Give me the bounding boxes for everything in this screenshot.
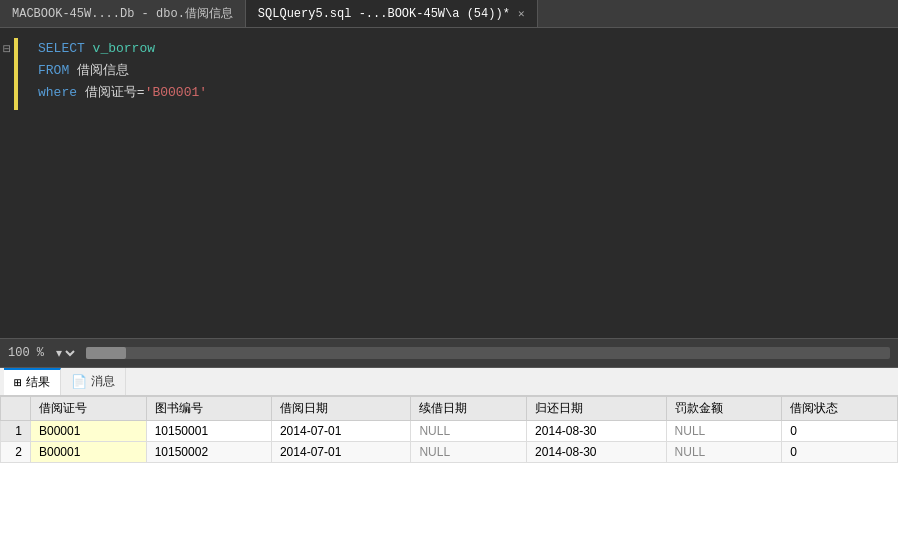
table-row: 1B00001101500012014-07-01NULL2014-08-30N… — [1, 421, 898, 442]
grid-cell: 10150001 — [146, 421, 271, 442]
code-line-2: FROM 借阅信息 — [38, 60, 898, 82]
grid-cell: B00001 — [31, 421, 147, 442]
col-header-borrowdate: 借阅日期 — [271, 397, 411, 421]
scroll-thumb[interactable] — [86, 347, 126, 359]
grid-cell: 2014-07-01 — [271, 421, 411, 442]
grid-cell: 2014-08-30 — [527, 421, 667, 442]
tab-query[interactable]: SQLQuery5.sql -...BOOK-45W\a (54))* ✕ — [246, 0, 538, 27]
editor-area: ⊟ SELECT v_borrow FROM 借阅信息 where 借阅证号='… — [0, 28, 898, 338]
grid-cell: 10150002 — [146, 442, 271, 463]
results-icon: ⊞ — [14, 375, 22, 391]
results-label: 结果 — [26, 374, 50, 391]
grid-cell: NULL — [411, 421, 527, 442]
col-header-renewdate: 续借日期 — [411, 397, 527, 421]
keyword-select: SELECT — [38, 38, 93, 60]
col-header-fine: 罚款金额 — [666, 397, 782, 421]
scrollbar-area: 100 % ▾ — [0, 338, 898, 368]
grid-cell: B00001 — [31, 442, 147, 463]
view-name: v_borrow — [93, 38, 155, 60]
keyword-where: where — [38, 82, 85, 104]
col-name: 借阅证号= — [85, 82, 145, 104]
tab-query-label: SQLQuery5.sql -...BOOK-45W\a (54))* — [258, 7, 510, 21]
grid-table: 借阅证号 图书编号 借阅日期 续借日期 归还日期 罚款金额 借阅状态 1B000… — [0, 396, 898, 463]
tab-db-label: MACBOOK-45W....Db - dbo.借阅信息 — [12, 5, 233, 22]
results-grid: 借阅证号 图书编号 借阅日期 续借日期 归还日期 罚款金额 借阅状态 1B000… — [0, 396, 898, 552]
tab-bar: MACBOOK-45W....Db - dbo.借阅信息 SQLQuery5.s… — [0, 0, 898, 28]
table-name: 借阅信息 — [77, 60, 129, 82]
code-content[interactable]: SELECT v_borrow FROM 借阅信息 where 借阅证号='B0… — [14, 28, 898, 338]
code-line-3: where 借阅证号='B00001' — [38, 82, 898, 104]
keyword-from: FROM — [38, 60, 77, 82]
zoom-label: 100 % — [8, 346, 44, 360]
grid-cell: 2014-07-01 — [271, 442, 411, 463]
table-row: 2B00001101500022014-07-01NULL2014-08-30N… — [1, 442, 898, 463]
grid-cell: 2014-08-30 — [527, 442, 667, 463]
tab-db[interactable]: MACBOOK-45W....Db - dbo.借阅信息 — [0, 0, 246, 27]
grid-cell: 0 — [782, 421, 898, 442]
messages-icon: 📄 — [71, 374, 87, 390]
grid-body: 1B00001101500012014-07-01NULL2014-08-30N… — [1, 421, 898, 463]
col-header-returndate: 归还日期 — [527, 397, 667, 421]
grid-cell: NULL — [411, 442, 527, 463]
scroll-track[interactable] — [86, 347, 890, 359]
row-num: 1 — [1, 421, 31, 442]
grid-header-row: 借阅证号 图书编号 借阅日期 续借日期 归还日期 罚款金额 借阅状态 — [1, 397, 898, 421]
results-tabs: ⊞ 结果 📄 消息 — [0, 368, 898, 396]
line-gutter: ⊟ — [0, 28, 14, 338]
collapse-icon[interactable]: ⊟ — [3, 40, 11, 60]
bottom-area: ⊞ 结果 📄 消息 借阅证号 图书编号 借阅日期 续借日期 归还日期 罚款金额 … — [0, 368, 898, 552]
close-icon[interactable]: ✕ — [518, 7, 525, 20]
col-header-borrowid: 借阅证号 — [31, 397, 147, 421]
zoom-dropdown[interactable]: ▾ — [52, 345, 78, 361]
col-header-status: 借阅状态 — [782, 397, 898, 421]
grid-cell: NULL — [666, 421, 782, 442]
col-header-rownum — [1, 397, 31, 421]
messages-label: 消息 — [91, 373, 115, 390]
string-value: 'B00001' — [145, 82, 207, 104]
grid-cell: 0 — [782, 442, 898, 463]
grid-cell: NULL — [666, 442, 782, 463]
tab-results[interactable]: ⊞ 结果 — [4, 368, 61, 395]
row-num: 2 — [1, 442, 31, 463]
tab-messages[interactable]: 📄 消息 — [61, 368, 126, 395]
col-header-bookid: 图书编号 — [146, 397, 271, 421]
code-line-1: SELECT v_borrow — [38, 38, 898, 60]
yellow-bar — [14, 38, 18, 110]
